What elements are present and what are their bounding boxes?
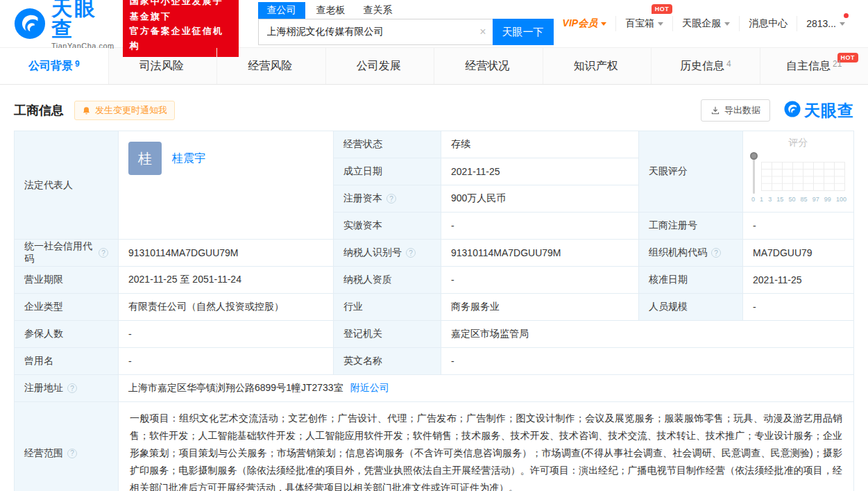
tab-self-published-info[interactable]: HOT 自主信息21 (760, 48, 868, 84)
value-taxpayer-id: 91310114MA7DGUU79M (441, 240, 639, 267)
help-icon[interactable]: ? (67, 449, 77, 458)
label-registered-address: 注册地址? (15, 375, 119, 402)
label-registered-capital: 注册资本? (334, 185, 441, 213)
nav-enterprise-service[interactable]: 天眼企服 (672, 16, 739, 31)
label-staff-size: 人员规模 (639, 294, 743, 321)
help-icon[interactable]: ? (67, 383, 77, 393)
help-icon[interactable]: ? (406, 248, 416, 258)
tianyancha-watermark: 天眼查 (784, 100, 854, 122)
value-staff-size: - (743, 294, 854, 321)
label-paid-capital: 实缴资本 (334, 213, 441, 240)
tab-company-development[interactable]: 公司发展 (326, 48, 435, 84)
hot-badge: HOT (652, 4, 673, 14)
bell-icon (82, 106, 91, 115)
label-operating-status: 经营状态 (334, 131, 441, 158)
value-business-scope: 一般项目：组织文化艺术交流活动；文艺创作；广告设计、代理；广告发布；广告制作；图… (119, 402, 854, 491)
tab-judicial-risk[interactable]: 司法风险 (109, 48, 218, 84)
label-industry: 行业 (334, 294, 441, 321)
help-icon[interactable]: ? (99, 248, 108, 258)
label-organization-code: 组织机构代码? (639, 240, 743, 267)
value-approval-date: 2021-11-25 (743, 267, 854, 294)
change-notify-button[interactable]: 发生变更时通知我 (74, 101, 175, 120)
score-slider-track (753, 156, 755, 194)
section-title: 工商信息 (14, 102, 64, 119)
clear-search-icon[interactable]: × (479, 26, 486, 38)
value-industry: 商务服务业 (441, 294, 639, 321)
label-establish-date: 成立日期 (334, 158, 441, 185)
score-chart-title: 评分 (750, 137, 846, 149)
tianyan-score-chart: 评分 0131550859799100 (743, 131, 854, 213)
main-content: 工商信息 发生变更时通知我 导出数据 (0, 99, 868, 491)
value-organization-code: MA7DGUU79 (743, 240, 854, 267)
nav-vip[interactable]: VIP会员 (554, 16, 616, 31)
company-section-tabs: 公司背景9 司法风险 经营风险 公司发展 经营状况 知识产权 历史信息4 HOT… (0, 47, 868, 85)
label-taxpayer-id: 纳税人识别号? (334, 240, 441, 267)
score-slider-pin-icon (750, 152, 758, 160)
label-company-type: 企业类型 (15, 294, 119, 321)
help-icon[interactable]: ? (386, 194, 396, 203)
brand-name: 天眼查 (51, 0, 114, 40)
search-area: 查公司 查老板 查关系 × 天眼一下 (258, 2, 554, 45)
value-paid-capital: - (441, 213, 639, 240)
search-input[interactable] (259, 26, 493, 38)
legal-rep-name-link[interactable]: 桂震宇 (172, 151, 205, 166)
search-tab-company[interactable]: 查公司 (258, 2, 305, 19)
value-registration-number: - (743, 213, 854, 240)
tab-operation-risk[interactable]: 经营风险 (217, 48, 326, 84)
value-company-type: 有限责任公司（自然人投资或控股） (119, 294, 334, 321)
nearby-companies-link[interactable]: 附近公司 (350, 382, 389, 394)
value-credit-code: 91310114MA7DGUU79M (119, 240, 334, 267)
notification-dot (844, 13, 849, 18)
label-tianyan-score: 天眼评分 (639, 131, 743, 213)
label-insured-count: 参保人数 (15, 321, 119, 348)
export-data-button[interactable]: 导出数据 (701, 99, 770, 122)
value-registered-capital: 900万人民币 (441, 185, 639, 213)
value-taxpayer-quality: - (441, 267, 639, 294)
label-former-name: 曾用名 (15, 348, 119, 375)
search-tab-boss[interactable]: 查老板 (316, 2, 346, 19)
score-axis: 0131550859799100 (751, 196, 846, 203)
chevron-down-icon (724, 22, 730, 26)
label-registration-number: 工商注册号 (639, 213, 743, 240)
value-registered-address: 上海市嘉定区华亭镇浏翔公路6899号1幢JT2733室 附近公司 (119, 375, 854, 402)
label-business-term: 营业期限 (15, 267, 119, 294)
help-icon[interactable]: ? (711, 248, 721, 258)
top-header: 天眼查 TianYanCha.com 国家中小企业发展子基金旗下 官方备案企业征… (0, 0, 868, 47)
score-grid (761, 162, 845, 191)
label-legal-representative: 法定代表人 (15, 131, 119, 240)
tab-history-info[interactable]: 历史信息4 (652, 48, 760, 84)
label-english-name: 英文名称 (334, 348, 441, 375)
label-approval-date: 核准日期 (639, 267, 743, 294)
nav-user-account[interactable]: 2813... (797, 16, 854, 31)
nav-toolbox[interactable]: HOT 百宝箱 (615, 16, 672, 31)
value-registration-authority: 嘉定区市场监管局 (441, 321, 854, 348)
tab-company-background[interactable]: 公司背景9 (0, 48, 109, 84)
tianyancha-logo-icon (14, 8, 46, 40)
value-insured-count: - (119, 321, 334, 348)
label-taxpayer-quality: 纳税人资质 (334, 267, 441, 294)
chevron-down-icon (601, 22, 606, 26)
download-icon (710, 106, 720, 115)
business-info-table: 法定代表人 桂 桂震宇 经营状态 存续 成立日期 2021-11-25 注册资本… (14, 131, 854, 491)
search-button[interactable]: 天眼一下 (493, 19, 554, 45)
chevron-down-icon (840, 22, 845, 26)
chevron-down-icon (658, 22, 663, 26)
tab-operating-status[interactable]: 经营状况 (434, 48, 543, 84)
label-registration-authority: 登记机关 (334, 321, 441, 348)
value-former-name: - (119, 348, 334, 375)
search-tab-relation[interactable]: 查关系 (364, 2, 393, 19)
value-business-term: 2021-11-25 至 2051-11-24 (119, 267, 334, 294)
top-nav: VIP会员 HOT 百宝箱 天眼企服 消息中心 2813... (554, 16, 854, 31)
value-operating-status: 存续 (441, 131, 639, 158)
value-legal-representative: 桂 桂震宇 (119, 131, 334, 240)
label-credit-code: 统一社会信用代码? (15, 240, 119, 267)
nav-message-center[interactable]: 消息中心 (739, 16, 797, 31)
value-english-name: - (441, 348, 854, 375)
legal-rep-avatar[interactable]: 桂 (128, 142, 162, 175)
tianyancha-logo[interactable]: 天眼查 TianYanCha.com (14, 0, 114, 50)
tianyancha-logo-icon (784, 101, 801, 120)
value-establish-date: 2021-11-25 (441, 158, 639, 185)
label-business-scope: 经营范围? (15, 402, 119, 491)
tab-intellectual-property[interactable]: 知识产权 (543, 48, 652, 84)
